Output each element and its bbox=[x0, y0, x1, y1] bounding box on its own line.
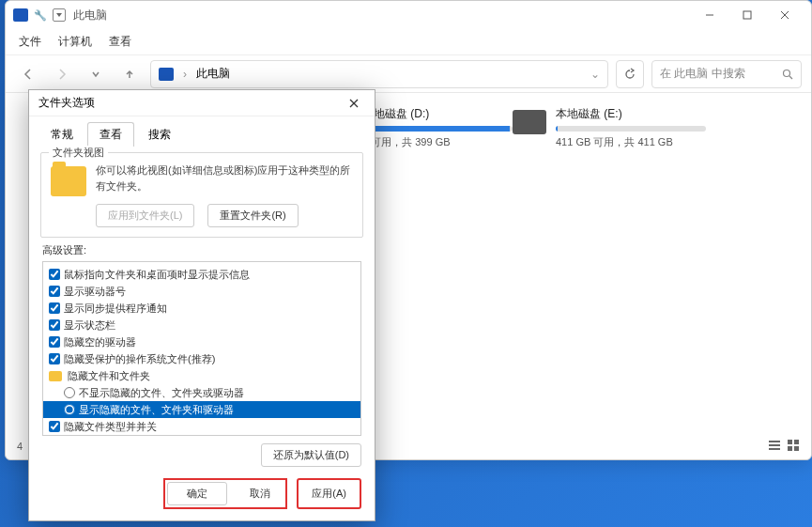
breadcrumb-location[interactable]: 此电脑 bbox=[196, 66, 230, 82]
nav-recent[interactable] bbox=[83, 61, 109, 87]
search-icon bbox=[782, 69, 793, 80]
svg-rect-12 bbox=[794, 446, 799, 451]
minimize-button[interactable] bbox=[691, 1, 728, 29]
drive-info: 411 GB 可用，共 411 GB bbox=[556, 135, 706, 149]
dialog-tabs: 常规 查看 搜索 bbox=[29, 116, 375, 147]
dialog-close-button[interactable] bbox=[343, 94, 365, 113]
advanced-settings-tree[interactable]: 鼠标指向文件夹和桌面项时显示提示信息 显示驱动器号 显示同步提供程序通知 显示状… bbox=[42, 261, 361, 436]
svg-rect-10 bbox=[794, 440, 799, 444]
apply-to-folders-button[interactable]: 应用到文件夹(L) bbox=[96, 204, 194, 227]
dropdown-icon[interactable] bbox=[53, 8, 66, 22]
ok-button[interactable]: 确定 bbox=[167, 482, 227, 505]
svg-rect-7 bbox=[769, 444, 780, 446]
folder-view-groupbox: 文件夹视图 你可以将此视图(如详细信息或图标)应用于这种类型的所有文件夹。 应用… bbox=[40, 152, 363, 238]
tree-item-hidden-folder-group[interactable]: 隐藏文件和文件夹 bbox=[43, 367, 360, 384]
advanced-settings-label: 高级设置: bbox=[42, 243, 361, 257]
checkbox[interactable] bbox=[49, 336, 60, 348]
svg-point-4 bbox=[784, 70, 790, 76]
tree-item-drive-letters[interactable]: 显示驱动器号 bbox=[43, 283, 360, 300]
nav-back[interactable] bbox=[15, 61, 41, 87]
tree-item-merge-conflicts[interactable]: 隐藏文件类型并并关 bbox=[43, 418, 360, 435]
wrench-icon bbox=[34, 8, 47, 22]
cancel-button[interactable]: 取消 bbox=[237, 482, 283, 505]
svg-rect-8 bbox=[769, 448, 780, 450]
list-view-icon[interactable] bbox=[768, 439, 781, 452]
menubar: 文件 计算机 查看 bbox=[6, 29, 811, 55]
folder-icon bbox=[51, 166, 86, 196]
svg-rect-9 bbox=[788, 440, 792, 444]
checkbox[interactable] bbox=[49, 302, 60, 314]
tree-item-dont-show-hidden[interactable]: 不显示隐藏的文件、文件夹或驱动器 bbox=[43, 384, 360, 401]
maximize-button[interactable] bbox=[728, 1, 766, 29]
tab-general[interactable]: 常规 bbox=[38, 122, 85, 147]
refresh-button[interactable] bbox=[616, 60, 644, 88]
menu-view[interactable]: 查看 bbox=[109, 34, 131, 50]
tree-item-statusbar[interactable]: 显示状态栏 bbox=[43, 317, 360, 333]
tree-item-hide-protected[interactable]: 隐藏受保护的操作系统文件(推荐) bbox=[43, 350, 360, 367]
titlebar: 此电脑 bbox=[6, 1, 811, 29]
checkbox[interactable] bbox=[49, 286, 60, 297]
tree-item-tooltips[interactable]: 鼠标指向文件夹和桌面项时显示提示信息 bbox=[43, 266, 360, 283]
drive-icon bbox=[513, 110, 546, 134]
drive-info: 8 可用，共 399 GB bbox=[362, 135, 513, 149]
svg-rect-11 bbox=[788, 446, 792, 451]
drive-d[interactable]: 本地磁盘 (D:) 8 可用，共 399 GB bbox=[362, 106, 513, 149]
restore-defaults-button[interactable]: 还原为默认值(D) bbox=[261, 443, 361, 467]
drive-usage-bar bbox=[556, 126, 706, 132]
drive-name: 本地磁盘 (D:) bbox=[362, 106, 513, 122]
tree-item-show-hidden[interactable]: 显示隐藏的文件、文件夹和驱动器 bbox=[43, 401, 360, 418]
dialog-titlebar: 文件夹选项 bbox=[29, 90, 375, 116]
computer-icon bbox=[13, 8, 28, 22]
search-placeholder: 在 此电脑 中搜索 bbox=[660, 66, 745, 82]
chevron-down-icon[interactable]: ⌄ bbox=[590, 68, 600, 81]
computer-icon bbox=[159, 68, 174, 81]
search-box[interactable]: 在 此电脑 中搜索 bbox=[651, 60, 802, 88]
svg-rect-1 bbox=[743, 11, 751, 19]
tree-item-sync-notif[interactable]: 显示同步提供程序通知 bbox=[43, 300, 360, 317]
drive-e[interactable]: 本地磁盘 (E:) 411 GB 可用，共 411 GB bbox=[513, 106, 706, 149]
status-item-count: 4 bbox=[17, 441, 23, 452]
view-switcher[interactable] bbox=[768, 439, 800, 452]
menu-computer[interactable]: 计算机 bbox=[58, 34, 92, 50]
checkbox[interactable] bbox=[49, 421, 60, 432]
drive-name: 本地磁盘 (E:) bbox=[556, 106, 706, 122]
close-button[interactable] bbox=[766, 1, 804, 29]
address-bar[interactable]: › 此电脑 ⌄ bbox=[150, 60, 608, 88]
nav-forward[interactable] bbox=[49, 61, 75, 87]
dialog-title-text: 文件夹选项 bbox=[38, 95, 95, 111]
menu-file[interactable]: 文件 bbox=[19, 34, 41, 50]
checkbox[interactable] bbox=[49, 319, 60, 331]
highlighted-buttons: 确定 取消 bbox=[163, 478, 287, 509]
svg-rect-6 bbox=[769, 441, 780, 442]
radio[interactable] bbox=[64, 404, 75, 415]
apply-button[interactable]: 应用(A) bbox=[297, 478, 361, 509]
breadcrumb-sep: › bbox=[183, 68, 187, 81]
checkbox[interactable] bbox=[49, 353, 60, 364]
grid-view-icon[interactable] bbox=[787, 439, 800, 452]
checkbox[interactable] bbox=[49, 269, 60, 280]
tab-view[interactable]: 查看 bbox=[87, 122, 134, 147]
nav-up[interactable] bbox=[116, 61, 143, 87]
folder-icon bbox=[49, 371, 62, 381]
toolbar: › 此电脑 ⌄ 在 此电脑 中搜索 bbox=[6, 55, 811, 93]
window-title: 此电脑 bbox=[73, 8, 107, 23]
reset-folders-button[interactable]: 重置文件夹(R) bbox=[207, 204, 298, 227]
groupbox-title: 文件夹视图 bbox=[49, 146, 108, 160]
groupbox-text: 你可以将此视图(如详细信息或图标)应用于这种类型的所有文件夹。 bbox=[96, 163, 353, 194]
folder-options-dialog: 文件夹选项 常规 查看 搜索 文件夹视图 你可以将此视图(如详细信息或图标)应用… bbox=[28, 89, 375, 521]
svg-line-5 bbox=[789, 76, 792, 79]
tree-item-hide-empty-drives[interactable]: 隐藏空的驱动器 bbox=[43, 333, 360, 350]
radio[interactable] bbox=[64, 387, 75, 398]
tab-search[interactable]: 搜索 bbox=[136, 122, 183, 147]
drive-usage-bar bbox=[362, 126, 513, 132]
